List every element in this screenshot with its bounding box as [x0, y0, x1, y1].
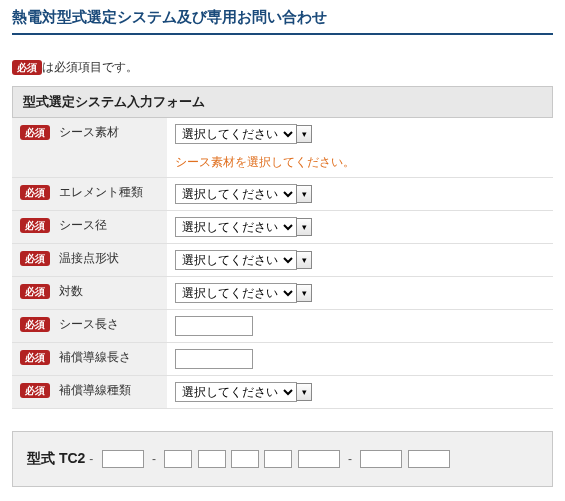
- row-leadwire-type: 必須 補償導線種類 選択してください ▾: [12, 376, 553, 409]
- row-pair-count: 必須 対数 選択してください ▾: [12, 277, 553, 310]
- required-badge-icon: 必須: [20, 317, 50, 332]
- result-box: 型式 TC2- - -: [12, 431, 553, 487]
- label-leadwire-type: 補償導線種類: [59, 383, 131, 397]
- required-badge-icon: 必須: [12, 60, 42, 75]
- result-part-6[interactable]: [298, 450, 340, 468]
- label-sheath-length: シース長さ: [59, 317, 119, 331]
- required-note: 必須は必須項目です。: [12, 59, 553, 76]
- label-junction-shape: 温接点形状: [59, 251, 119, 265]
- chevron-down-icon[interactable]: ▾: [296, 218, 312, 236]
- result-part-5[interactable]: [264, 450, 292, 468]
- row-leadwire-length: 必須 補償導線長さ: [12, 343, 553, 376]
- result-sep: -: [89, 452, 93, 466]
- select-leadwire-type[interactable]: 選択してください: [175, 382, 297, 402]
- label-pair-count: 対数: [59, 284, 83, 298]
- required-badge-icon: 必須: [20, 218, 50, 233]
- row-element-type: 必須 エレメント種類 選択してください ▾: [12, 178, 553, 211]
- chevron-down-icon[interactable]: ▾: [296, 251, 312, 269]
- select-element-type[interactable]: 選択してください: [175, 184, 297, 204]
- select-sheath-material[interactable]: 選択してください: [175, 124, 297, 144]
- row-junction-shape: 必須 温接点形状 選択してください ▾: [12, 244, 553, 277]
- required-note-text: は必須項目です。: [42, 60, 138, 74]
- label-sheath-material: シース素材: [59, 125, 119, 139]
- required-badge-icon: 必須: [20, 350, 50, 365]
- input-leadwire-length[interactable]: [175, 349, 253, 369]
- chevron-down-icon[interactable]: ▾: [296, 383, 312, 401]
- chevron-down-icon[interactable]: ▾: [296, 185, 312, 203]
- required-badge-icon: 必須: [20, 185, 50, 200]
- page-title: 熱電対型式選定システム及び専用お問い合わせ: [12, 8, 553, 35]
- form-header: 型式選定システム入力フォーム: [12, 86, 553, 118]
- label-element-type: エレメント種類: [59, 185, 143, 199]
- validation-sheath-material: シース素材を選択してください。: [175, 154, 545, 171]
- result-part-2[interactable]: [164, 450, 192, 468]
- label-sheath-diameter: シース径: [59, 218, 107, 232]
- chevron-down-icon[interactable]: ▾: [296, 125, 312, 143]
- select-sheath-diameter[interactable]: 選択してください: [175, 217, 297, 237]
- label-leadwire-length: 補償導線長さ: [59, 350, 131, 364]
- form-table: 必須 シース素材 選択してください ▾ シース素材を選択してください。 必須 エ…: [12, 118, 553, 409]
- result-part-8[interactable]: [408, 450, 450, 468]
- result-part-3[interactable]: [198, 450, 226, 468]
- result-sep: -: [348, 452, 352, 466]
- select-pair-count[interactable]: 選択してください: [175, 283, 297, 303]
- required-badge-icon: 必須: [20, 251, 50, 266]
- row-sheath-material: 必須 シース素材 選択してください ▾ シース素材を選択してください。: [12, 118, 553, 178]
- required-badge-icon: 必須: [20, 383, 50, 398]
- result-label: 型式 TC2: [27, 450, 85, 466]
- row-sheath-length: 必須 シース長さ: [12, 310, 553, 343]
- result-part-7[interactable]: [360, 450, 402, 468]
- result-sep: -: [152, 452, 156, 466]
- result-part-1[interactable]: [102, 450, 144, 468]
- chevron-down-icon[interactable]: ▾: [296, 284, 312, 302]
- select-junction-shape[interactable]: 選択してください: [175, 250, 297, 270]
- input-sheath-length[interactable]: [175, 316, 253, 336]
- row-sheath-diameter: 必須 シース径 選択してください ▾: [12, 211, 553, 244]
- result-part-4[interactable]: [231, 450, 259, 468]
- required-badge-icon: 必須: [20, 284, 50, 299]
- required-badge-icon: 必須: [20, 125, 50, 140]
